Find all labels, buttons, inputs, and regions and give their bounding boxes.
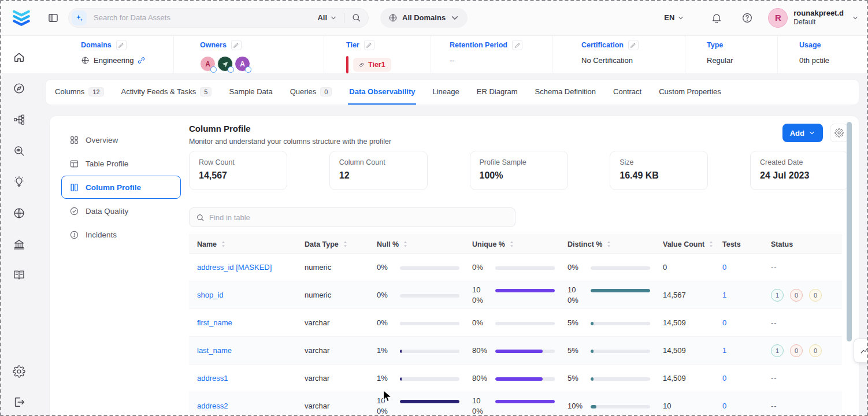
- user-avatar[interactable]: R: [768, 8, 788, 28]
- meta-value: Engineering: [81, 56, 173, 65]
- vertical-scrollbar[interactable]: [847, 122, 852, 341]
- tab-er-diagram[interactable]: ER Diagram: [476, 80, 519, 105]
- owner-avatar[interactable]: [217, 56, 233, 72]
- meta-value: AA: [200, 56, 324, 72]
- tab-data-observability[interactable]: Data Observability: [348, 80, 416, 105]
- sort-icon[interactable]: [509, 241, 514, 247]
- tab-lineage[interactable]: Lineage: [431, 80, 460, 105]
- settings-icon[interactable]: [13, 365, 25, 378]
- edit-owners-button[interactable]: [231, 40, 242, 50]
- sidebar-item-column-profile[interactable]: Column Profile: [61, 176, 181, 199]
- tests-count-link[interactable]: 1: [722, 291, 726, 299]
- status-badge-teal[interactable]: 1: [771, 289, 784, 302]
- tab-custom-properties[interactable]: Custom Properties: [658, 80, 722, 105]
- notifications-bell-icon[interactable]: [711, 12, 722, 24]
- tests-count-link[interactable]: 0: [722, 318, 726, 327]
- search-input[interactable]: [94, 13, 317, 22]
- status-badge-red[interactable]: 0: [790, 344, 803, 357]
- observability-icon[interactable]: [13, 144, 25, 157]
- ai-sparkle-icon[interactable]: [72, 10, 87, 25]
- cell-distinct-percent: 5%: [567, 346, 663, 356]
- user-menu[interactable]: R rounakpreet.d Default: [768, 8, 859, 28]
- glossary-icon[interactable]: [13, 269, 25, 281]
- add-button[interactable]: Add: [782, 124, 823, 142]
- insights-icon[interactable]: [13, 176, 25, 188]
- language-selector[interactable]: EN: [664, 13, 684, 22]
- tests-count-link[interactable]: 1: [722, 346, 726, 355]
- profiler-settings-button[interactable]: [830, 124, 848, 142]
- edit-domains-button[interactable]: [116, 40, 127, 50]
- owner-avatar[interactable]: A: [235, 56, 250, 72]
- sort-icon[interactable]: [606, 241, 611, 247]
- sidebar-item-overview[interactable]: Overview: [61, 128, 181, 151]
- sidebar-item-table-profile[interactable]: Table Profile: [61, 152, 181, 175]
- tests-count-link[interactable]: 0: [722, 263, 726, 272]
- floating-tour-widget[interactable]: [854, 339, 868, 363]
- tests-count-link[interactable]: 0: [722, 374, 726, 382]
- edit-tier-button[interactable]: [364, 40, 374, 50]
- column-name-link[interactable]: shop_id: [197, 291, 224, 299]
- home-icon[interactable]: [13, 51, 25, 64]
- sidebar-item-label: Column Profile: [86, 183, 141, 192]
- tab-queries[interactable]: Queries0: [289, 80, 333, 105]
- all-domains-button[interactable]: All Domains: [380, 8, 468, 28]
- link-icon[interactable]: [138, 57, 145, 64]
- tab-sample-data[interactable]: Sample Data: [228, 80, 273, 105]
- domains-icon[interactable]: [13, 207, 25, 220]
- help-icon[interactable]: [741, 12, 753, 24]
- owner-edit-badge[interactable]: [210, 66, 217, 73]
- progress-bar-track: [591, 289, 650, 292]
- tab-columns[interactable]: Columns12: [54, 80, 105, 105]
- owner-avatar[interactable]: A: [200, 56, 216, 72]
- column-name-link[interactable]: last_name: [197, 346, 232, 355]
- status-badge-red[interactable]: 0: [790, 289, 803, 302]
- edit-certification-button[interactable]: [628, 40, 639, 50]
- sidebar-item-label: Data Quality: [86, 207, 128, 216]
- sort-icon[interactable]: [221, 241, 226, 247]
- sidebar-toggle-icon[interactable]: [47, 12, 59, 24]
- edit-retention-period-button[interactable]: [512, 40, 522, 50]
- column-name-link[interactable]: address2: [197, 402, 228, 410]
- progress-bar-track: [495, 322, 555, 325]
- percent-label: 80%: [472, 346, 491, 356]
- tab-label: Contract: [613, 87, 641, 96]
- status-badge-teal[interactable]: 1: [771, 344, 784, 357]
- owner-edit-badge[interactable]: [228, 66, 234, 73]
- percent-label: 80%: [472, 373, 491, 384]
- owner-edit-badge[interactable]: [245, 66, 251, 73]
- status-badge-yellow[interactable]: 0: [809, 289, 822, 302]
- search-scope-dropdown[interactable]: All: [317, 13, 337, 22]
- domain-value[interactable]: Engineering: [94, 56, 133, 65]
- stat-card-column-count: Column Count12: [329, 151, 428, 190]
- global-search[interactable]: All: [68, 8, 369, 28]
- govern-icon[interactable]: [13, 238, 25, 251]
- sidebar-item-incidents[interactable]: Incidents: [61, 223, 181, 246]
- cell-data-type: varchar: [305, 346, 377, 355]
- tab-schema-definition[interactable]: Schema Definition: [534, 80, 598, 105]
- sidebar-item-data-quality[interactable]: Data Quality: [61, 199, 181, 222]
- explore-icon[interactable]: [13, 82, 25, 95]
- search-icon[interactable]: [351, 13, 361, 23]
- sort-icon[interactable]: [403, 241, 408, 247]
- openmetadata-logo[interactable]: [10, 7, 32, 29]
- cell-status: --: [771, 374, 842, 382]
- column-name-link[interactable]: address_id [MASKED]: [197, 263, 272, 272]
- tier-badge[interactable]: Tier1: [353, 58, 391, 72]
- percent-label: 5%: [567, 318, 586, 328]
- logout-icon[interactable]: [13, 396, 25, 408]
- search-scope-label: All: [317, 13, 327, 22]
- column-name-link[interactable]: first_name: [197, 318, 232, 327]
- sort-icon[interactable]: [709, 241, 714, 247]
- lineage-icon[interactable]: [13, 113, 25, 126]
- column-name-link[interactable]: address1: [197, 374, 228, 382]
- cell-status: --: [771, 263, 842, 272]
- status-badge-yellow[interactable]: 0: [809, 344, 822, 357]
- progress-bar-fill: [400, 350, 402, 353]
- find-in-table-input[interactable]: [209, 213, 509, 222]
- tab-activity-feeds-tasks[interactable]: Activity Feeds & Tasks5: [120, 80, 213, 105]
- tab-contract[interactable]: Contract: [612, 80, 643, 105]
- sort-icon[interactable]: [343, 241, 348, 247]
- table-search[interactable]: [189, 207, 515, 227]
- user-name: rounakpreet.d: [793, 9, 844, 18]
- tests-count-link[interactable]: 0: [722, 402, 726, 410]
